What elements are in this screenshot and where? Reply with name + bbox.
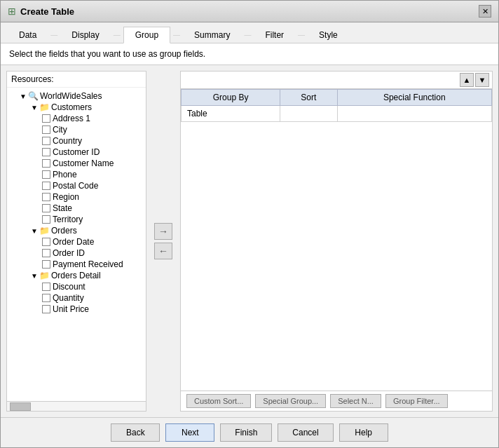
tree-field-state[interactable]: State [7, 203, 146, 214]
table-cell-group-by: Table [182, 106, 280, 122]
cancel-button[interactable]: Cancel [278, 423, 333, 442]
close-button[interactable]: ✕ [479, 5, 491, 18]
field-label-address1: Address 1 [53, 114, 90, 123]
tree-field-discount[interactable]: Discount [7, 281, 146, 292]
special-group-button[interactable]: Special Group... [255, 394, 326, 408]
root-toggle[interactable]: ▼ [20, 93, 28, 100]
field-label-customername: Customer Name [53, 158, 114, 168]
field-checkbox-state[interactable] [42, 204, 50, 212]
field-checkbox-phone[interactable] [42, 170, 50, 179]
field-checkbox-paymentreceived[interactable] [42, 260, 50, 269]
tree-root[interactable]: ▼ 🔍 WorldWideSales [7, 90, 146, 102]
field-checkbox-address1[interactable] [42, 114, 50, 123]
orders-label: Orders [51, 226, 77, 236]
field-checkbox-postalcode[interactable] [42, 182, 50, 190]
tab-summary[interactable]: Summary [183, 27, 241, 43]
tree-field-quantity[interactable]: Quantity [7, 292, 146, 304]
field-label-postalcode: Postal Code [53, 181, 98, 191]
field-label-state: State [53, 203, 72, 213]
field-checkbox-orderid[interactable] [42, 249, 50, 257]
move-up-button[interactable]: ▲ [460, 73, 474, 87]
description-text: Select the fields that you want to use a… [1, 43, 498, 65]
tree-field-country[interactable]: Country [7, 135, 146, 147]
next-button[interactable]: Next [165, 423, 214, 442]
title-bar: ⊞ Create Table ✕ [1, 1, 498, 22]
customers-toggle[interactable]: ▼ [31, 104, 39, 111]
ordersdetail-toggle[interactable]: ▼ [31, 272, 39, 280]
tree-field-address1[interactable]: Address 1 [7, 113, 146, 124]
field-checkbox-orderdate[interactable] [42, 238, 50, 246]
field-checkbox-country[interactable] [42, 137, 50, 145]
tab-style[interactable]: Style [308, 27, 349, 43]
field-checkbox-unitprice[interactable] [42, 305, 50, 313]
tree-field-paymentreceived[interactable]: Payment Received [7, 259, 146, 270]
customers-label: Customers [51, 102, 92, 112]
col-header-sort: Sort [280, 90, 337, 106]
finish-button[interactable]: Finish [220, 423, 272, 442]
create-table-dialog: ⊞ Create Table ✕ Data — Display — Group … [0, 0, 499, 448]
folder-icon-ordersdetail: 📁 [39, 271, 49, 280]
field-label-region: Region [53, 192, 79, 202]
field-checkbox-territory[interactable] [42, 215, 50, 224]
tree-group-orders[interactable]: ▼ 📁 Orders [7, 225, 146, 236]
dialog-title: Create Table [20, 6, 74, 17]
field-label-paymentreceived: Payment Received [53, 259, 123, 269]
tree-hscrollbar[interactable] [7, 401, 146, 411]
field-label-quantity: Quantity [53, 293, 84, 303]
tab-group[interactable]: Group [123, 27, 170, 43]
field-checkbox-discount[interactable] [42, 283, 50, 291]
tree-group-ordersdetail[interactable]: ▼ 📁 Orders Detail [7, 270, 146, 281]
help-button[interactable]: Help [339, 423, 388, 442]
back-button[interactable]: Back [111, 423, 160, 442]
field-checkbox-region[interactable] [42, 193, 50, 201]
tree-field-unitprice[interactable]: Unit Price [7, 304, 146, 315]
ordersdetail-label: Orders Detail [51, 271, 101, 280]
table-cell-special-function [337, 106, 491, 122]
resources-label: Resources: [7, 72, 146, 88]
tree-field-orderid[interactable]: Order ID [7, 247, 146, 259]
right-panel-top: ▲ ▼ [181, 72, 492, 89]
dialog-icon: ⊞ [8, 6, 16, 17]
orders-toggle[interactable]: ▼ [31, 227, 39, 235]
add-field-button[interactable]: → [154, 223, 172, 240]
field-checkbox-quantity[interactable] [42, 294, 50, 302]
folder-icon-orders: 📁 [39, 226, 49, 236]
field-label-customerid: Customer ID [53, 147, 100, 157]
search-icon: 🔍 [28, 91, 38, 101]
tree-field-postalcode[interactable]: Postal Code [7, 180, 146, 191]
group-filter-button[interactable]: Group Filter... [385, 394, 448, 408]
tree-container[interactable]: ▼ 🔍 WorldWideSales ▼ 📁 Customers Addres [7, 88, 146, 401]
table-cell-sort [280, 106, 337, 122]
field-label-territory: Territory [53, 215, 83, 224]
tree-field-customername[interactable]: Customer Name [7, 158, 146, 169]
field-label-orderdate: Order Date [53, 237, 94, 247]
field-checkbox-customerid[interactable] [42, 148, 50, 156]
select-n-button[interactable]: Select N... [330, 394, 381, 408]
remove-field-button[interactable]: ← [154, 243, 172, 259]
tab-bar: Data — Display — Group — Summary — Filte… [1, 22, 498, 43]
tab-display[interactable]: Display [60, 27, 110, 43]
tree-field-phone[interactable]: Phone [7, 169, 146, 180]
tab-filter[interactable]: Filter [254, 27, 295, 43]
field-checkbox-customername[interactable] [42, 159, 50, 168]
tree-field-orderdate[interactable]: Order Date [7, 236, 146, 247]
tree-field-customerid[interactable]: Customer ID [7, 147, 146, 158]
custom-sort-button[interactable]: Custom Sort... [186, 394, 251, 408]
tab-data[interactable]: Data [8, 27, 48, 43]
group-table: Group By Sort Special Function Table [181, 89, 492, 122]
main-content: Resources: ▼ 🔍 WorldWideSales ▼ 📁 Custom… [1, 65, 498, 417]
tree-field-region[interactable]: Region [7, 191, 146, 203]
table-row[interactable]: Table [182, 106, 492, 122]
tree-field-territory[interactable]: Territory [7, 214, 146, 225]
move-down-button[interactable]: ▼ [475, 73, 489, 87]
field-checkbox-city[interactable] [42, 125, 50, 134]
field-label-discount: Discount [53, 282, 86, 292]
group-table-container[interactable]: Group By Sort Special Function Table [181, 89, 492, 391]
field-label-city: City [53, 125, 67, 135]
left-panel: Resources: ▼ 🔍 WorldWideSales ▼ 📁 Custom… [6, 71, 146, 412]
root-label: WorldWideSales [40, 91, 102, 101]
tree-field-city[interactable]: City [7, 124, 146, 135]
field-label-country: Country [53, 136, 82, 146]
footer: Back Next Finish Cancel Help [1, 417, 498, 447]
tree-group-customers[interactable]: ▼ 📁 Customers [7, 102, 146, 113]
